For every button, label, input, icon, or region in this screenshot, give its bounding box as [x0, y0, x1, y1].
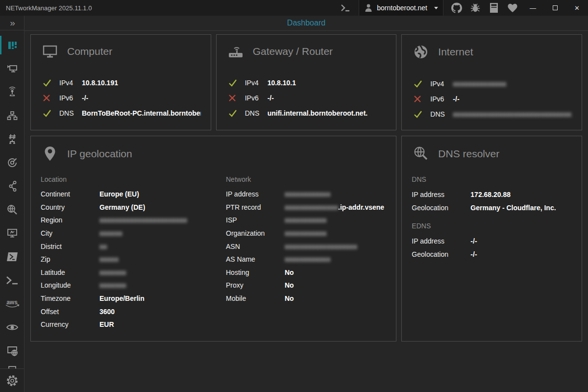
minimize-button[interactable]: —: [522, 0, 544, 16]
sidebar-item-putty[interactable]: [0, 269, 24, 292]
redacted-value: xxxxxx: [99, 229, 122, 237]
panel-title-text: IP geolocation: [67, 148, 132, 160]
ptr-visible-suffix: .ip-addr.vsene: [338, 203, 384, 211]
aws-icon: aws: [5, 300, 20, 308]
kv-row: Organizationxxxxxxxxxxx: [226, 227, 386, 240]
status-row: IPv6 -/-: [414, 91, 572, 106]
network-column: Network IP addressxxxxxxxxxxxx PTR recor…: [226, 175, 386, 331]
status-row: IPv4 10.8.10.1: [228, 75, 387, 90]
check-icon: [228, 79, 239, 87]
github-icon[interactable]: [447, 0, 466, 16]
maximize-icon: [553, 5, 558, 10]
network-interface-icon: [6, 63, 18, 74]
sidebar-item-powershell[interactable]: [0, 245, 24, 269]
check-icon: [43, 109, 53, 117]
sidebar-item-partially-visible[interactable]: [0, 363, 24, 368]
profile-icon: [364, 3, 373, 12]
eye-icon: [6, 323, 19, 332]
check-icon: [414, 80, 424, 88]
status-row: IPv4 xxxxxxxxxxxxxx: [414, 76, 572, 91]
sidebar-item-settings[interactable]: [0, 368, 24, 392]
cross-icon: [414, 95, 424, 103]
close-button[interactable]: ✕: [566, 0, 588, 16]
sidebar-item-remote-desktop[interactable]: [0, 221, 24, 245]
port-scanner-icon: [6, 133, 18, 145]
kv-row: IP address-/-: [412, 234, 572, 247]
gateway-panel: Gateway / Router IPv4 10.8.10.1 IPv6 -/-: [216, 34, 397, 130]
sidebar-item-dns-lookup[interactable]: [0, 198, 24, 221]
gear-icon: [6, 374, 19, 387]
kv-row: AS Namexxxxxxxxxxxx: [226, 253, 386, 266]
kv-row: GeolocationGermany - Cloudflare, Inc.: [412, 201, 572, 214]
panel-title-text: Internet: [438, 46, 473, 58]
panel-title-text: DNS resolver: [438, 148, 499, 160]
section-header: DNS: [412, 175, 572, 183]
dns-resolver-panel: DNS resolver DNS IP address172.68.20.88 …: [401, 136, 582, 342]
kv-row: Districtxx: [41, 240, 226, 253]
sidebar-nav: aws: [0, 30, 24, 368]
sidebar-item-traceroute[interactable]: [0, 174, 24, 198]
donate-icon[interactable]: [503, 0, 522, 16]
panel-title-text: Computer: [67, 46, 112, 57]
chevron-down-icon: [434, 7, 438, 9]
router-icon: [227, 45, 244, 58]
sidebar-item-port-scanner[interactable]: [0, 127, 24, 151]
kv-row: Cityxxxxxx: [41, 227, 226, 240]
sidebar-item-ping-monitor[interactable]: [0, 151, 24, 174]
kv-row: Latitudexxxxxxx: [41, 266, 226, 279]
redacted-value: xxxxxxxxxxxxxx: [453, 80, 506, 88]
kv-row: PTR recordxxxxxxxxxxxxxx.ip-addr.vsene: [226, 201, 386, 214]
maximize-button[interactable]: [544, 0, 566, 16]
sidebar-item-wifi[interactable]: [0, 80, 24, 104]
kv-row: CurrencyEUR: [41, 318, 226, 331]
chevron-double-right-icon: »: [10, 18, 14, 28]
traceroute-icon: [7, 180, 18, 192]
globe-icon: [413, 45, 429, 59]
map-pin-icon: [42, 146, 58, 162]
check-icon: [228, 109, 239, 117]
redacted-value: xxxxxxxxxxxxxxxxxxx: [285, 243, 357, 250]
sidebar: »: [0, 16, 24, 392]
kv-row: IP addressxxxxxxxxxxxx: [226, 188, 386, 201]
cross-icon: [43, 94, 53, 102]
status-row: IPv6 -/-: [228, 90, 387, 105]
internet-panel: Internet IPv4 xxxxxxxxxxxxxx IPv6 -/-: [401, 34, 582, 130]
kv-row: ASNxxxxxxxxxxxxxxxxxxx: [226, 240, 386, 253]
dns-lookup-icon: [6, 204, 18, 216]
terminal-icon[interactable]: [336, 0, 355, 16]
location-column: Location ContinentEurope (EU) CountryGer…: [41, 175, 226, 331]
expand-sidebar-button[interactable]: »: [0, 16, 24, 30]
ip-geolocation-panel: IP geolocation Location ContinentEurope …: [30, 136, 396, 342]
redacted-value: xxxxxxx: [99, 281, 126, 289]
profile-dropdown[interactable]: borntoberoot.net: [359, 0, 443, 16]
panel-title-text: Gateway / Router: [253, 46, 333, 57]
section-header: Network: [226, 175, 386, 183]
bug-report-icon[interactable]: [466, 0, 485, 16]
sidebar-item-web-console[interactable]: [0, 339, 24, 363]
redacted-value: xxxxxxxxxxxx: [285, 255, 330, 263]
kv-row: HostingNo: [226, 266, 386, 279]
dashboard-icon: [7, 40, 18, 50]
app-title: NETworkManager 2025.11.1.0: [0, 4, 336, 12]
redacted-value: xx: [99, 243, 107, 250]
documentation-icon[interactable]: [485, 0, 503, 16]
kv-row: Longitudexxxxxxx: [41, 279, 226, 292]
computer-icon: [42, 45, 58, 58]
dns-section: DNS IP address172.68.20.88 GeolocationGe…: [412, 175, 572, 214]
check-icon: [414, 110, 424, 118]
page-title: Dashboard: [287, 19, 325, 27]
kv-row: MobileNo: [226, 292, 386, 305]
sidebar-item-tigervnc[interactable]: [0, 316, 24, 339]
partial-icon: [6, 363, 18, 368]
redacted-value: xxxxxxxxxxxxxxxxxxxxxxx: [99, 216, 187, 224]
sidebar-item-dashboard[interactable]: [0, 33, 24, 57]
sidebar-item-network-interface[interactable]: [0, 57, 24, 80]
kv-row: Offset3600: [41, 305, 226, 318]
putty-terminal-icon: [6, 276, 19, 285]
cross-icon: [228, 94, 239, 102]
sidebar-item-aws-session-manager[interactable]: aws: [0, 292, 24, 316]
sidebar-item-ip-scanner[interactable]: [0, 104, 24, 127]
titlebar: NETworkManager 2025.11.1.0 borntoberoot.…: [0, 0, 588, 16]
dashboard-content: Computer IPv4 10.8.10.191 IPv6 -/-: [24, 31, 588, 392]
redacted-value: xxxxxxxxxxx: [285, 216, 327, 224]
